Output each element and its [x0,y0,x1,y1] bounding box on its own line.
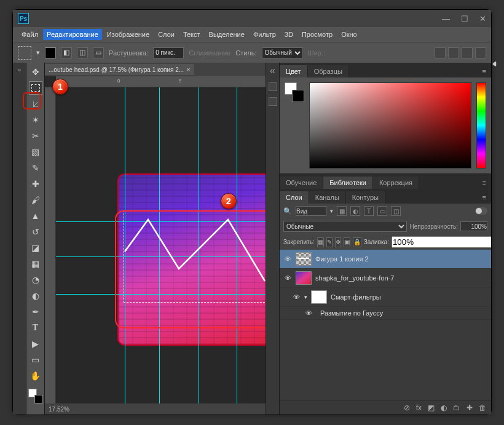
mask-mode-icon[interactable] [435,47,446,58]
fg-swatch[interactable] [45,47,56,58]
selection-add-icon[interactable]: ◫ [77,47,88,58]
menu-окно[interactable]: Окно [337,29,361,40]
feather-input[interactable] [153,47,184,58]
lock-transparent-icon[interactable]: ▦ [317,237,324,247]
shape-tool[interactable]: ▭ [29,353,42,367]
blend-mode-select[interactable]: Обычные [283,221,407,232]
layer-row[interactable]: 👁shapka_for_youtube-fon-7 [280,269,491,288]
fg-bg-swatches[interactable] [285,82,304,102]
ruler-vertical[interactable] [45,87,56,403]
lock-position-icon[interactable]: ✥ [335,237,341,247]
new-layer-icon[interactable]: ✚ [467,403,473,412]
maximize-button[interactable]: ☐ [461,14,468,23]
selection-new-icon[interactable]: ◧ [61,47,72,58]
layer-visibility-icon[interactable]: 👁 [292,293,301,301]
lock-all-icon[interactable]: 🔒 [353,237,361,247]
opt-icon-2[interactable] [448,47,459,58]
layer-row[interactable]: 👁Фигура 1 копия 2 [280,250,491,269]
tab-layers[interactable]: Слои [280,191,309,204]
menu-текст[interactable]: Текст [179,29,204,40]
document-tab[interactable]: ...outube head.psd @ 17.5% (Фигура 1 коп… [45,64,194,75]
lock-artboard-icon[interactable]: ▣ [344,237,350,247]
path-select-tool[interactable]: ▶ [29,337,42,351]
crop-tool[interactable]: ✂ [29,129,42,143]
properties-panel-icon[interactable] [269,97,277,106]
panel-menu-icon[interactable]: ≡ [478,177,491,189]
history-brush-tool[interactable]: ↺ [29,225,42,239]
filter-shape-icon[interactable]: ▭ [377,206,387,216]
brush-tool[interactable]: 🖌 [29,193,42,207]
tab-color[interactable]: Цвет [280,65,308,77]
color-field[interactable] [309,82,471,169]
layer-row[interactable]: 👁▾Смарт-фильтры [280,288,491,307]
type-tool[interactable]: T [29,321,42,335]
adjustment-layer-icon[interactable]: ◐ [441,403,447,412]
canvas[interactable] [56,87,266,403]
opacity-input[interactable] [460,221,487,231]
zoom-level[interactable]: 17.52% [49,406,69,413]
layer-row[interactable]: 👁Размытие по Гауссу [280,307,491,320]
antialias-checkbox-label[interactable]: Сглаживание [189,49,230,57]
eraser-tool[interactable]: ◪ [29,241,42,255]
fill-input[interactable] [392,236,491,248]
opt-icon-3[interactable] [462,47,473,58]
lock-image-icon[interactable]: ✎ [326,237,333,247]
tab-adjustments[interactable]: Коррекция [373,177,419,189]
ruler-horizontal[interactable]: 0 5 [56,76,266,87]
tab-learn[interactable]: Обучение [280,177,323,189]
color-swatches[interactable] [28,389,43,403]
close-button[interactable]: ✕ [479,14,486,23]
move-tool[interactable]: ✥ [29,65,42,79]
eyedropper-tool[interactable]: ✎ [29,161,42,175]
menu-слои[interactable]: Слои [154,29,178,40]
style-select[interactable]: Обычный [262,47,303,58]
annotation-box-1 [23,92,41,109]
minimize-button[interactable]: — [442,14,450,23]
pen-tool[interactable]: ✒ [29,305,42,319]
gradient-tool[interactable]: ▦ [29,257,42,271]
filter-smart-icon[interactable]: ◫ [391,206,401,216]
layer-visibility-icon[interactable]: 👁 [283,274,292,282]
healing-tool[interactable]: ✚ [29,177,42,191]
stamp-tool[interactable]: ▲ [29,209,42,223]
collapsed-dock-right[interactable]: « [266,63,279,415]
filter-type-icon[interactable]: T [364,206,374,216]
panel-menu-icon[interactable]: ≡ [478,191,491,204]
layer-fx-icon[interactable]: fx [416,403,422,412]
frame-tool[interactable]: ▧ [29,145,42,159]
menu-изображение[interactable]: Изображение [103,29,153,40]
tab-libraries[interactable]: Библиотеки [323,177,373,189]
tab-swatches[interactable]: Образцы [308,65,349,77]
layer-mask-icon[interactable]: ◩ [428,403,435,412]
magic-wand-tool[interactable]: ✶ [29,113,42,127]
filter-pixel-icon[interactable]: ▦ [337,206,347,216]
new-group-icon[interactable]: 🗀 [453,403,460,412]
search-icon[interactable]: 🔍 [283,207,292,215]
layer-filter-input[interactable] [296,206,326,216]
menu-просмотр[interactable]: Просмотр [298,29,336,40]
hue-slider[interactable]: ◀◀ [476,82,486,169]
menu-фильтр[interactable]: Фильтр [250,29,280,40]
tab-channels[interactable]: Каналы [309,191,346,204]
selection-subtract-icon[interactable]: ▭ [93,47,104,58]
history-panel-icon[interactable] [269,82,277,91]
menu-3d[interactable]: 3D [281,29,297,40]
blur-tool[interactable]: ◔ [29,273,42,287]
panel-menu-icon[interactable]: ≡ [478,65,491,77]
layer-visibility-icon[interactable]: 👁 [304,309,313,317]
close-tab-icon[interactable]: × [186,66,190,73]
filter-toggle[interactable] [475,207,487,215]
menu-файл[interactable]: Файл [18,29,42,40]
dodge-tool[interactable]: ◐ [29,289,42,303]
filter-adjust-icon[interactable]: ◐ [350,206,360,216]
layer-visibility-icon[interactable]: 👁 [283,255,292,263]
tab-paths[interactable]: Контуры [346,191,385,204]
collapsed-dock-left[interactable]: » [13,63,26,415]
menu-редактирование[interactable]: Редактирование [43,29,102,40]
link-layers-icon[interactable]: ⊘ [404,403,410,412]
hand-tool[interactable]: ✋ [29,369,42,383]
workspace-switcher-icon[interactable] [475,47,486,58]
marquee-tool-icon[interactable] [18,46,31,60]
menu-выделение[interactable]: Выделение [205,29,248,40]
delete-layer-icon[interactable]: 🗑 [479,403,486,412]
